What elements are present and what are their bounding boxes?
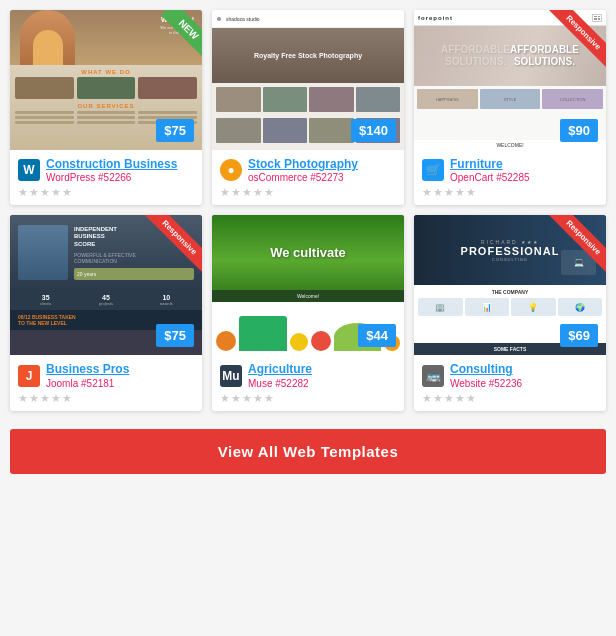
view-all-button[interactable]: View All Web Templates (10, 429, 606, 474)
card-subtitle-consulting: Website #52236 (450, 378, 522, 389)
price-agriculture: $44 (358, 324, 396, 347)
platform-icon-web: 🚌 (422, 365, 444, 387)
template-grid: Welcome! We are the leadersin the indust… (0, 0, 616, 421)
card-stock[interactable]: shadoza studio Royalty Free Stock Photog… (212, 10, 404, 205)
thumb-business: INDEPENDENTBUSINESSSCORE POWERFUL & EFFE… (10, 215, 202, 355)
card-agriculture[interactable]: We cultivate Welcome! $44 Mu Agriculture… (212, 215, 404, 410)
price-construction: $75 (156, 119, 194, 142)
card-subtitle-stock: osCommerce #52273 (248, 172, 358, 183)
card-subtitle-furniture: OpenCart #52285 (450, 172, 530, 183)
card-title-consulting[interactable]: Consulting (450, 362, 522, 376)
card-info-consulting: 🚌 Consulting Website #52236 ★★★★★ (414, 355, 606, 410)
price-consulting: $69 (560, 324, 598, 347)
card-consulting[interactable]: RICHARD ★★★ PROFESSIONAL CONSULTING 💻 TH… (414, 215, 606, 410)
platform-icon-osc: ● (220, 159, 242, 181)
card-info-construction: W Construction Business WordPress #52266… (10, 150, 202, 205)
stars-consulting: ★★★★★ (422, 392, 598, 405)
badge-responsive-consulting (528, 215, 606, 293)
thumb-consulting: RICHARD ★★★ PROFESSIONAL CONSULTING 💻 TH… (414, 215, 606, 355)
stars-construction: ★★★★★ (18, 186, 194, 199)
thumb-agriculture: We cultivate Welcome! $44 (212, 215, 404, 355)
thumb-construction: Welcome! We are the leadersin the indust… (10, 10, 202, 150)
badge-responsive-business (124, 215, 202, 293)
thumb-stock: shadoza studio Royalty Free Stock Photog… (212, 10, 404, 150)
platform-icon-wp: W (18, 159, 40, 181)
price-business: $75 (156, 324, 194, 347)
card-title-furniture[interactable]: Furniture (450, 157, 530, 171)
card-furniture[interactable]: forepoint AFFORDABLESOLUTIONS. AFFORDABL… (414, 10, 606, 205)
card-title-construction[interactable]: Construction Business (46, 157, 177, 171)
card-business[interactable]: INDEPENDENTBUSINESSSCORE POWERFUL & EFFE… (10, 215, 202, 410)
card-construction[interactable]: Welcome! We are the leadersin the indust… (10, 10, 202, 205)
card-info-business: J Business Pros Joomla #52181 ★★★★★ (10, 355, 202, 410)
platform-icon-muse: Mu (220, 365, 242, 387)
card-subtitle-construction: WordPress #52266 (46, 172, 177, 183)
stars-agriculture: ★★★★★ (220, 392, 396, 405)
card-title-business[interactable]: Business Pros (46, 362, 129, 376)
card-info-furniture: 🛒 Furniture OpenCart #52285 ★★★★★ (414, 150, 606, 205)
badge-new (144, 10, 202, 68)
price-stock: $140 (351, 119, 396, 142)
card-info-stock: ● Stock Photography osCommerce #52273 ★★… (212, 150, 404, 205)
card-title-agriculture[interactable]: Agriculture (248, 362, 312, 376)
price-furniture: $90 (560, 119, 598, 142)
card-subtitle-agriculture: Muse #52282 (248, 378, 312, 389)
card-title-stock[interactable]: Stock Photography (248, 157, 358, 171)
card-info-agriculture: Mu Agriculture Muse #52282 ★★★★★ (212, 355, 404, 410)
platform-icon-joomla: J (18, 365, 40, 387)
thumb-furniture: forepoint AFFORDABLESOLUTIONS. AFFORDABL… (414, 10, 606, 150)
stars-stock: ★★★★★ (220, 186, 396, 199)
card-subtitle-business: Joomla #52181 (46, 378, 129, 389)
stars-furniture: ★★★★★ (422, 186, 598, 199)
platform-icon-oc: 🛒 (422, 159, 444, 181)
stars-business: ★★★★★ (18, 392, 194, 405)
badge-responsive-furniture (528, 10, 606, 88)
